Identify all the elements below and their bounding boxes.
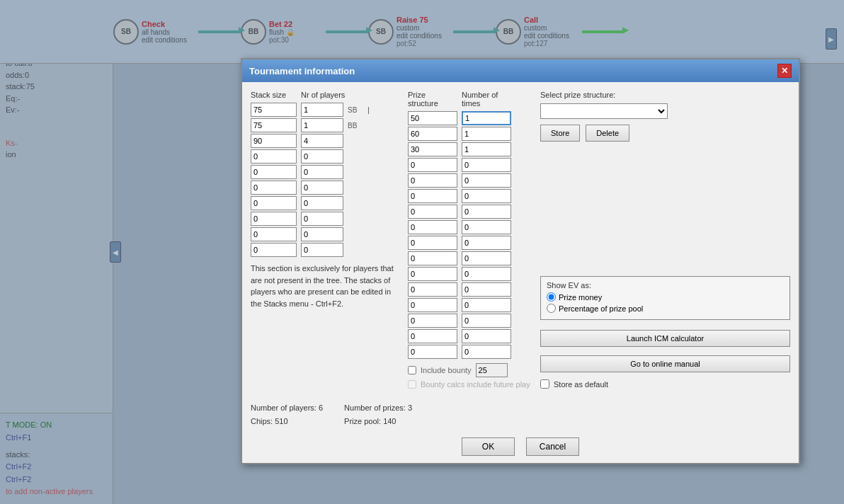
stacks-section: Stack size Nr of players SB | BB — [251, 91, 399, 390]
stack-input-9[interactable] — [251, 243, 297, 257]
dialog-titlebar: Tournament information ✕ — [242, 59, 799, 82]
include-bounty-label: Include bounty — [421, 366, 472, 374]
nr-input-3[interactable] — [301, 149, 343, 164]
prize-input-2[interactable] — [408, 142, 457, 156]
dialog-title: Tournament information — [249, 66, 355, 76]
prize-input-9[interactable] — [408, 251, 457, 265]
prize-input-8[interactable] — [408, 236, 457, 250]
prize-input-11[interactable] — [408, 282, 457, 297]
prize-row-9 — [408, 251, 532, 265]
stack-input-8[interactable] — [251, 227, 297, 241]
prize-input-5[interactable] — [408, 189, 457, 203]
info-text: This section is exclusively for players … — [251, 263, 399, 309]
prize-row-15 — [408, 345, 532, 359]
times-input-8[interactable] — [462, 236, 511, 250]
times-input-12[interactable] — [462, 298, 511, 312]
times-input-13[interactable] — [462, 314, 511, 328]
bounty-calcs-row: Bounty calcs include future play — [408, 379, 532, 390]
radio-percentage-label: Percentage of prize pool — [559, 304, 643, 313]
number-of-players-stat: Number of players: 6 — [251, 401, 323, 415]
stack-input-0[interactable] — [251, 103, 297, 117]
nr-times-header: Number of times — [462, 91, 518, 108]
prize-row-5 — [408, 189, 532, 203]
prize-input-0[interactable] — [408, 111, 457, 125]
prize-input-10[interactable] — [408, 267, 457, 281]
launch-icm-button[interactable]: Launch ICM calculator — [540, 330, 790, 347]
nr-input-8[interactable] — [301, 227, 343, 241]
times-input-4[interactable] — [462, 173, 511, 188]
prize-input-3[interactable] — [408, 158, 457, 172]
show-ev-box: Show EV as: Prize money Percentage of pr… — [540, 276, 790, 320]
prize-input-7[interactable] — [408, 220, 457, 234]
prize-row-1 — [408, 127, 532, 141]
prize-pool-stat: Prize pool: 140 — [344, 415, 412, 428]
chips-stat: Chips: 510 — [251, 415, 323, 428]
number-of-prizes-stat: Number of prizes: 3 — [344, 401, 412, 415]
nr-input-4[interactable] — [301, 165, 343, 179]
times-input-10[interactable] — [462, 267, 511, 281]
nr-input-7[interactable] — [301, 212, 343, 226]
stack-input-4[interactable] — [251, 165, 297, 179]
stack-input-6[interactable] — [251, 196, 297, 210]
nr-input-6[interactable] — [301, 196, 343, 210]
badge-label-1: BB — [348, 122, 362, 130]
nr-input-1[interactable] — [301, 118, 343, 132]
nr-input-5[interactable] — [301, 181, 343, 195]
stack-input-5[interactable] — [251, 181, 297, 195]
footer-stats-right: Number of prizes: 3 Prize pool: 140 — [344, 401, 412, 428]
nr-input-2[interactable] — [301, 134, 343, 148]
prize-structure-dropdown[interactable] — [540, 103, 668, 119]
radio-percentage-row: Percentage of prize pool — [547, 304, 784, 313]
stack-row-6 — [251, 196, 399, 210]
times-input-7[interactable] — [462, 220, 511, 234]
prize-row-7 — [408, 220, 532, 234]
times-input-0[interactable] — [462, 111, 511, 125]
stack-input-2[interactable] — [251, 134, 297, 148]
times-input-1[interactable] — [462, 127, 511, 141]
stack-row-3 — [251, 149, 399, 164]
cancel-button[interactable]: Cancel — [526, 437, 579, 456]
stack-row-1: BB — [251, 118, 399, 132]
prize-input-6[interactable] — [408, 205, 457, 219]
radio-percentage[interactable] — [547, 304, 556, 313]
radio-prize-money[interactable] — [547, 292, 556, 302]
prize-input-4[interactable] — [408, 173, 457, 188]
prize-input-12[interactable] — [408, 298, 457, 312]
store-default-label: Store as default — [554, 380, 608, 389]
prize-row-13 — [408, 314, 532, 328]
prize-row-12 — [408, 298, 532, 312]
stack-input-1[interactable] — [251, 118, 297, 132]
store-default-checkbox[interactable] — [540, 379, 549, 389]
store-delete-row: Store Delete — [540, 125, 790, 142]
store-button[interactable]: Store — [540, 125, 580, 142]
radio-prize-money-row: Prize money — [547, 292, 784, 302]
bounty-calcs-checkbox[interactable] — [408, 380, 416, 389]
prize-section: Prize structure Number of times — [408, 91, 532, 390]
times-input-9[interactable] — [462, 251, 511, 265]
prize-input-13[interactable] — [408, 314, 457, 328]
times-input-14[interactable] — [462, 329, 511, 343]
prize-row-11 — [408, 282, 532, 297]
include-bounty-checkbox[interactable] — [408, 366, 416, 374]
delete-button[interactable]: Delete — [586, 125, 629, 142]
times-input-11[interactable] — [462, 282, 511, 297]
times-input-15[interactable] — [462, 345, 511, 359]
bounty-value-input[interactable] — [476, 363, 508, 377]
right-panel: Select prize structure: Store Delete Sho… — [540, 91, 790, 390]
ok-button[interactable]: OK — [462, 437, 515, 456]
prize-input-14[interactable] — [408, 329, 457, 343]
times-input-5[interactable] — [462, 189, 511, 203]
stack-input-7[interactable] — [251, 212, 297, 226]
times-input-6[interactable] — [462, 205, 511, 219]
nr-input-0[interactable] — [301, 103, 343, 117]
nr-input-9[interactable] — [301, 243, 343, 257]
dialog-close-button[interactable]: ✕ — [777, 64, 792, 78]
times-input-3[interactable] — [462, 158, 511, 172]
stack-input-3[interactable] — [251, 149, 297, 164]
prize-headers: Prize structure Number of times — [408, 91, 532, 109]
stack-row-5 — [251, 181, 399, 195]
prize-input-1[interactable] — [408, 127, 457, 141]
go-to-manual-button[interactable]: Go to online manual — [540, 355, 790, 372]
prize-input-15[interactable] — [408, 345, 457, 359]
times-input-2[interactable] — [462, 142, 511, 156]
